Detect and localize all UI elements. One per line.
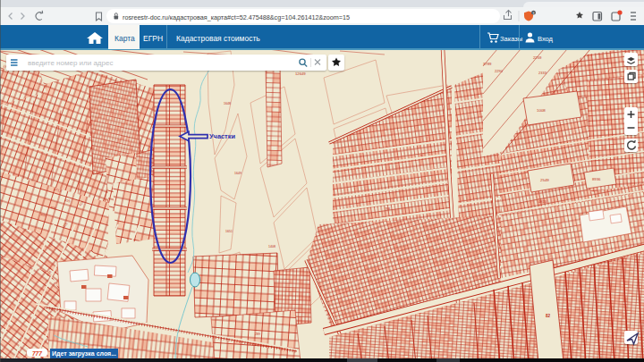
svg-text:Вход: Вход bbox=[538, 35, 554, 43]
svg-text:Кадастровая стоимость: Кадастровая стоимость bbox=[176, 34, 260, 43]
svg-text:777: 777 bbox=[32, 350, 42, 357]
svg-text:Карта: Карта bbox=[114, 34, 135, 43]
svg-text:rosreestr-doc.ru/кадастровая_к: rosreestr-doc.ru/кадастровая_карта#ct=52… bbox=[123, 13, 350, 21]
svg-text:Участки: Участки bbox=[209, 132, 235, 140]
svg-text:ЕГРН: ЕГРН bbox=[143, 34, 163, 43]
